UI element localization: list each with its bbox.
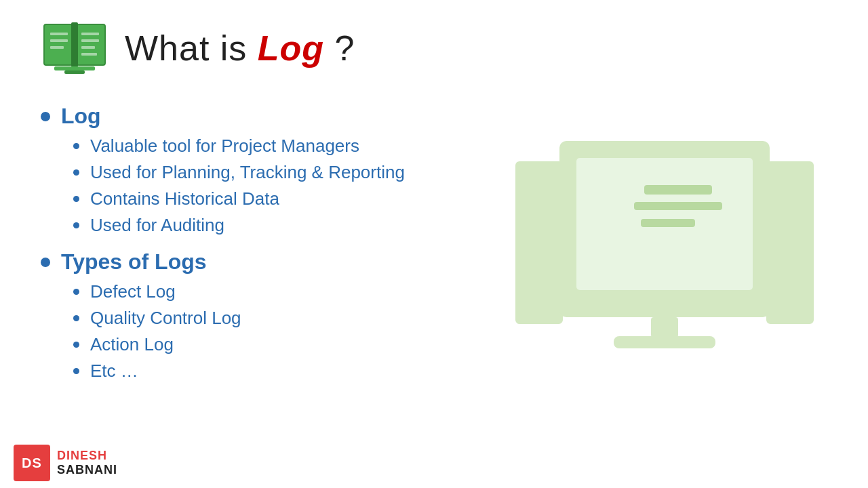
list-item: Quality Control Log (73, 308, 475, 329)
list-item: Contains Historical Data (73, 188, 475, 209)
svg-rect-1 (77, 24, 105, 65)
type-item-3: Action Log (90, 334, 174, 355)
brand-name: DINESH SABNANI (57, 449, 117, 477)
svg-rect-5 (81, 46, 95, 49)
type-item-4: Etc … (90, 361, 138, 382)
header: What is Log ? (0, 0, 868, 83)
bullet-sub (73, 289, 79, 295)
list-item: Used for Planning, Tracking & Reporting (73, 162, 475, 183)
bullet-sub (73, 196, 79, 202)
bullet-main-types (41, 258, 50, 267)
log-item-1: Valuable tool for Project Managers (90, 136, 359, 157)
main-content: Log Valuable tool for Project Managers U… (0, 83, 868, 409)
svg-rect-12 (515, 161, 563, 324)
left-column: Log Valuable tool for Project Managers U… (41, 97, 475, 395)
svg-rect-9 (50, 46, 64, 49)
type-item-2: Quality Control Log (90, 308, 241, 329)
monitor-illustration (502, 97, 827, 395)
svg-rect-4 (81, 39, 99, 42)
brand-last-name: SABNANI (57, 463, 117, 477)
logo-initials: DS (22, 455, 42, 471)
type-item-1: Defect Log (90, 281, 176, 302)
list-item: Action Log (73, 334, 475, 355)
bullet-sub (73, 222, 79, 228)
log-item-3: Contains Historical Data (90, 188, 279, 209)
log-section: Log Valuable tool for Project Managers U… (41, 104, 475, 236)
list-item: Defect Log (73, 281, 475, 302)
list-item: Used for Auditing (73, 215, 475, 236)
log-section-title: Log (41, 104, 475, 129)
bullet-sub (73, 143, 79, 149)
bullet-main-log (41, 112, 50, 121)
svg-rect-10 (54, 66, 95, 70)
svg-rect-6 (81, 53, 97, 56)
log-item-2: Used for Planning, Tracking & Reporting (90, 162, 405, 183)
footer-branding: DS DINESH SABNANI (0, 438, 131, 488)
svg-rect-20 (766, 161, 814, 324)
svg-rect-17 (641, 219, 695, 227)
types-sub-items: Defect Log Quality Control Log Action Lo… (73, 281, 475, 382)
svg-rect-15 (644, 185, 712, 195)
svg-rect-3 (81, 33, 99, 35)
log-sub-items: Valuable tool for Project Managers Used … (73, 136, 475, 236)
svg-rect-2 (71, 22, 78, 67)
page-title: What is Log ? (125, 28, 355, 68)
types-section-title: Types of Logs (41, 249, 475, 274)
svg-rect-19 (614, 336, 715, 348)
logo-box: DS (14, 445, 50, 481)
svg-rect-18 (651, 317, 678, 338)
types-section: Types of Logs Defect Log Quality Control… (41, 249, 475, 382)
svg-rect-0 (44, 24, 73, 65)
book-icon (41, 19, 108, 77)
bullet-sub (73, 169, 79, 176)
svg-rect-7 (50, 33, 68, 35)
svg-rect-8 (50, 39, 68, 42)
svg-rect-11 (64, 70, 85, 74)
bullet-sub (73, 368, 79, 374)
list-item: Etc … (73, 361, 475, 382)
bullet-sub (73, 342, 79, 348)
log-item-4: Used for Auditing (90, 215, 224, 236)
brand-first-name: DINESH (57, 449, 117, 463)
bullet-sub (73, 315, 79, 321)
monitor-svg (509, 121, 821, 371)
svg-rect-16 (634, 202, 722, 210)
list-item: Valuable tool for Project Managers (73, 136, 475, 157)
